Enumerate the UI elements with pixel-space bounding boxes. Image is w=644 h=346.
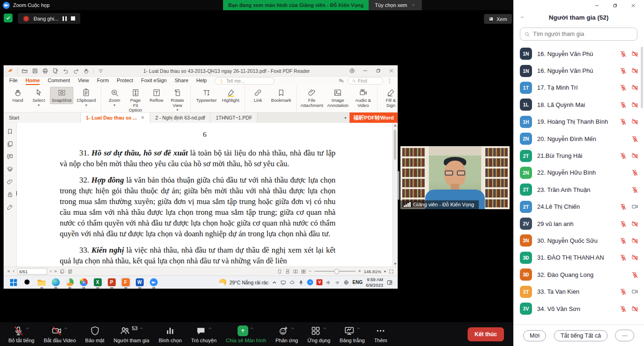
ribbon-reflow-button[interactable]: Reflow bbox=[147, 87, 166, 104]
chevron-up-icon[interactable] bbox=[25, 326, 30, 331]
speaker-icon[interactable] bbox=[326, 280, 331, 285]
snapshot-page-icon[interactable] bbox=[60, 269, 65, 274]
taskbar-app-zoom[interactable] bbox=[148, 277, 159, 287]
participant-row[interactable]: 3T 33. Ta Van Kien bbox=[513, 283, 644, 300]
pdf-menu-share[interactable]: Share bbox=[175, 77, 188, 85]
participant-row[interactable]: 1N 16. Nguyễn Văn Phú bbox=[513, 45, 644, 62]
pdf-to-word-plugin-badge[interactable]: 福昕PDF转Word bbox=[350, 113, 398, 123]
toolbar-ng-i-tham-gia-button[interactable]: 53 Người tham gia bbox=[109, 322, 154, 346]
tellme-searchbox[interactable]: Tell me... bbox=[215, 77, 274, 85]
participant-row[interactable]: 3V 34. Võ Văn Sơn bbox=[513, 300, 644, 317]
stop-recording-button[interactable] bbox=[71, 16, 75, 21]
ribbon-rotate-view-button[interactable]: Rotate View▼ bbox=[168, 87, 187, 113]
customize-icon[interactable] bbox=[98, 68, 104, 74]
panel-drag-handle[interactable] bbox=[398, 171, 399, 200]
ribbon-image-annotation-button[interactable]: Image Annotation bbox=[325, 87, 351, 109]
pdf-menu-view[interactable]: View bbox=[78, 77, 89, 85]
signature-icon[interactable] bbox=[7, 204, 14, 211]
last-page-icon[interactable]: » bbox=[54, 269, 57, 274]
tab-list-chevron-icon[interactable]: ▾ bbox=[344, 116, 346, 120]
taskbar-app-start[interactable] bbox=[8, 277, 19, 287]
invite-button[interactable]: Mời bbox=[523, 330, 546, 341]
print-icon[interactable] bbox=[42, 68, 49, 74]
toolbar-ng-d-ng-button[interactable]: Ứng dụng bbox=[303, 322, 335, 346]
participant-row[interactable]: 2T 24.Lê Thị Chiến bbox=[513, 198, 644, 215]
taskbar-app-chrome[interactable] bbox=[78, 277, 89, 287]
minimize-icon[interactable] bbox=[594, 3, 600, 8]
view-button[interactable]: Xem bbox=[484, 14, 512, 24]
taskbar-app-edge[interactable] bbox=[50, 277, 61, 287]
account-icon[interactable] bbox=[349, 68, 355, 74]
ribbon-file-attachment-button[interactable]: File Attachment bbox=[300, 87, 323, 109]
ribbon-snapshot-button[interactable]: SnapShot bbox=[50, 87, 73, 104]
taskbar-app-foxit[interactable]: F bbox=[120, 277, 131, 287]
prev-page-icon[interactable]: ‹ bbox=[13, 269, 14, 274]
language-indicator[interactable]: ENG bbox=[352, 280, 363, 285]
search-input[interactable] bbox=[520, 28, 637, 41]
security-shield-button[interactable] bbox=[4, 14, 13, 22]
ribbon-typewriter-button[interactable]: Typewriter bbox=[194, 87, 218, 104]
ribbon-highlight-button[interactable]: Highlight bbox=[220, 87, 241, 104]
page-number-input[interactable] bbox=[17, 268, 47, 275]
ribbon-fill-sign-button[interactable]: Fill & Sign bbox=[381, 87, 400, 109]
bookmarks-icon[interactable] bbox=[7, 128, 14, 135]
instructor-video-tile[interactable]: Giảng viên - Đỗ Kiến Vọng bbox=[400, 146, 510, 209]
scroll-up-icon[interactable] bbox=[394, 124, 397, 127]
tab-close-icon[interactable]: ✕ bbox=[141, 115, 145, 120]
scrollbar-thumb[interactable] bbox=[394, 130, 396, 160]
view-facing-icon[interactable] bbox=[293, 269, 298, 274]
first-page-icon[interactable]: « bbox=[7, 269, 10, 274]
pdf-menu-home[interactable]: Home bbox=[26, 77, 40, 85]
panel-chevron-icon[interactable] bbox=[519, 14, 525, 20]
notification-center-icon[interactable] bbox=[386, 279, 393, 286]
panel-scrollbar-thumb[interactable] bbox=[641, 47, 643, 108]
doc-tab-1-luat-dau-thau-so[interactable]: 1- Luat Dau thau so ...✕ bbox=[81, 113, 150, 123]
zoom-slider-knob[interactable] bbox=[334, 269, 339, 274]
taskbar-app-explorer[interactable] bbox=[36, 277, 47, 287]
save-icon[interactable] bbox=[32, 68, 38, 74]
chevron-up-sm-icon[interactable] bbox=[272, 280, 277, 285]
ribbon-bookmark-button[interactable]: Bookmark bbox=[269, 87, 293, 104]
scroll-down-icon[interactable] bbox=[394, 263, 397, 265]
participant-row[interactable]: 1T 17. Tạ Minh Trí bbox=[513, 79, 644, 96]
view-continuous-icon[interactable] bbox=[285, 269, 290, 274]
taskbar-app-coccoc[interactable] bbox=[64, 277, 75, 287]
snapshot-page2-icon[interactable] bbox=[68, 269, 73, 274]
more-options-button[interactable]: ⋯ bbox=[615, 330, 634, 341]
unikey-icon[interactable]: V bbox=[316, 279, 322, 285]
pdf-menu-comment[interactable]: Comment bbox=[48, 77, 70, 85]
ime-icon[interactable] bbox=[343, 280, 349, 285]
taskbar-app-search[interactable] bbox=[22, 277, 33, 287]
chevron-up-icon[interactable] bbox=[139, 326, 144, 331]
open-icon[interactable] bbox=[21, 68, 28, 74]
hand-tool-icon[interactable] bbox=[83, 68, 90, 74]
toolbar-ph-n-ng-button[interactable]: Phản ứng bbox=[271, 322, 302, 346]
participant-row[interactable]: 2V 29 vũ lan anh bbox=[513, 215, 644, 232]
doc-tab-2-ngh-nh-63-nd-pdf[interactable]: 2 - Nghị định 63-nd.pdf✕ bbox=[150, 113, 211, 123]
pages-icon[interactable] bbox=[7, 141, 14, 148]
toolbar-chia-s-m-n-h-nh-button[interactable]: Chia sẻ Màn hình bbox=[221, 322, 271, 346]
ribbon-link-button[interactable]: Link bbox=[248, 87, 268, 104]
onedrive-icon[interactable] bbox=[289, 280, 295, 285]
attachments-icon[interactable] bbox=[7, 178, 14, 185]
toolbar-b-t-t-ti-ng-button[interactable]: Bỏ tắt tiếng bbox=[4, 322, 39, 346]
chevron-up-icon[interactable] bbox=[356, 326, 361, 331]
undo-icon[interactable] bbox=[63, 68, 69, 74]
weather-text[interactable]: 29°C Nắng rải rác bbox=[230, 280, 269, 285]
taskbar-app-excel[interactable]: X bbox=[92, 277, 103, 287]
close-icon[interactable] bbox=[388, 68, 394, 74]
pause-recording-button[interactable] bbox=[63, 16, 67, 21]
export-icon[interactable] bbox=[52, 68, 59, 74]
participant-row[interactable]: 2T 23. Trần Anh Thuận bbox=[513, 181, 644, 198]
toolbar-b-nh-ch-n-button[interactable]: Bình chọn bbox=[154, 322, 187, 346]
doc-tab-1thngt-1-pdf[interactable]: 1THNGT~1.PDF✕ bbox=[210, 113, 258, 123]
redo-icon[interactable] bbox=[73, 68, 79, 74]
layers-icon[interactable] bbox=[7, 166, 14, 173]
pdf-vertical-scrollbar[interactable] bbox=[392, 123, 398, 267]
zoom-tray-icon[interactable]: − bbox=[307, 279, 313, 285]
ribbon-select-button[interactable]: Select▼ bbox=[29, 87, 49, 108]
toolbar-b-o-m-t-button[interactable]: Bảo mật bbox=[81, 322, 109, 346]
participant-row[interactable]: 1H 19. Hoàng Thị Thanh Bình bbox=[513, 113, 644, 130]
zoom-in-icon[interactable]: + bbox=[358, 269, 361, 274]
find-list-icon[interactable] bbox=[338, 78, 344, 84]
